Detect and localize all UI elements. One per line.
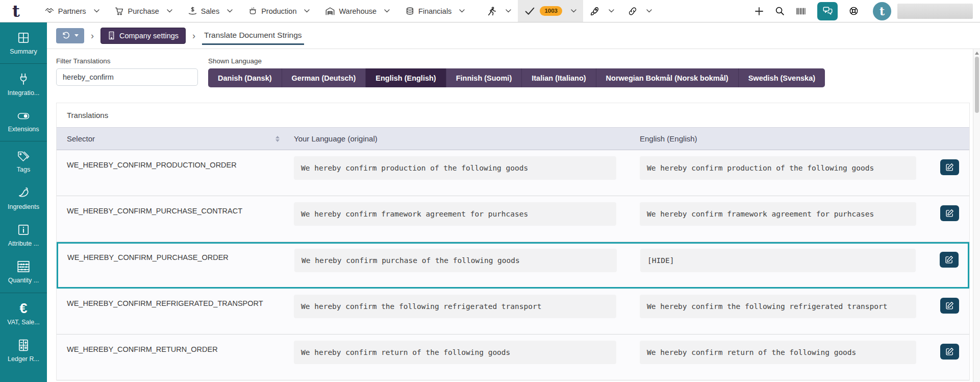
language-button[interactable]: English (English): [366, 68, 446, 87]
row-translation-text: We hereby confirm framework agreement fo…: [640, 202, 916, 226]
runner-icon: [487, 6, 497, 16]
sidebar-item-ingredients[interactable]: Ingredients: [0, 180, 47, 217]
pencil-square-icon: [945, 255, 953, 264]
topbar-menus: PartnersPurchaseSalesProductionWarehouse…: [44, 0, 481, 22]
chevron-down-icon: [506, 9, 511, 13]
menu-production[interactable]: Production: [248, 0, 310, 22]
pepper-icon: [17, 186, 30, 200]
info-square-icon: [17, 223, 30, 236]
user-avatar[interactable]: t: [873, 2, 891, 20]
sidebar-item-label: Tags: [17, 166, 30, 173]
sidebar-item-extensions[interactable]: Extensions: [0, 103, 47, 139]
checkmark-icon: [524, 7, 535, 16]
cart-icon: [115, 7, 124, 16]
sidebar-item-summary[interactable]: Summary: [0, 25, 47, 61]
search-icon: [775, 6, 785, 16]
search-button[interactable]: [775, 6, 785, 16]
link-menu[interactable]: [621, 0, 659, 22]
edit-translation-button[interactable]: [940, 298, 959, 314]
row-translation-text: We hereby confirm the following refriger…: [640, 295, 916, 318]
sidebar-item-label: Integratio...: [8, 89, 40, 97]
filter-translations-input[interactable]: [56, 68, 198, 86]
barcode-icon: [796, 7, 806, 16]
sidebar-item-label: Attribute ...: [8, 240, 39, 247]
plus-button[interactable]: [755, 7, 764, 16]
menu-financials[interactable]: Financials: [405, 0, 465, 22]
menu-label: Partners: [58, 7, 86, 15]
column-translation: English (English): [640, 134, 697, 143]
row-selector: WE_HEREBY_CONFIRM_PRODUCTION_ORDER: [67, 156, 294, 169]
table-row: WE_HEREBY_CONFIRM_PURCHASE_ORDER We here…: [57, 242, 969, 289]
sidebar-item-vat-sale[interactable]: €VAT, Sale...: [0, 295, 47, 332]
sidebar-item-ledger-r[interactable]: Ledger R...: [0, 332, 47, 369]
sidebar-item-integratio[interactable]: Integratio...: [0, 66, 47, 103]
history-button[interactable]: [56, 28, 84, 43]
user-name-redacted: [897, 4, 973, 19]
chevron-down-icon: [609, 9, 614, 13]
breadcrumb-company-label: Company settings: [119, 32, 179, 40]
sidebar-item-quantity[interactable]: Quantity ...: [0, 253, 47, 290]
sidebar-group: TagsIngredientsAttribute ...Quantity ...: [0, 141, 47, 293]
lifebuoy-button[interactable]: [849, 6, 859, 16]
menu-sales[interactable]: Sales: [188, 0, 233, 22]
page-content: Filter Translations Shown Language Danis…: [47, 49, 980, 380]
toggle-icon: [16, 110, 31, 122]
plus-icon: [755, 7, 764, 16]
scrollbar-thumb[interactable]: [975, 57, 979, 113]
table-row: WE_HEREBY_CONFIRM_REFRIGERATED_TRANSPORT…: [57, 289, 969, 335]
row-original-text: We hereby confirm the following refriger…: [294, 295, 616, 318]
edit-translation-button[interactable]: [940, 159, 959, 175]
plug-icon: [17, 73, 30, 86]
chevron-down-icon: [571, 9, 576, 13]
edit-translation-button[interactable]: [940, 252, 959, 268]
table-row: WE_HEREBY_CONFIRM_PURCHASE_CONTRACT We h…: [57, 196, 969, 242]
language-button[interactable]: Italian (Italiano): [522, 68, 596, 87]
language-button[interactable]: Danish (Dansk): [208, 68, 282, 87]
chevron-down-icon: [74, 34, 79, 37]
pencil-square-icon: [945, 301, 954, 310]
warehouse-icon: [325, 7, 335, 16]
row-selector: WE_HEREBY_CONFIRM_REFRIGERATED_TRANSPORT: [67, 295, 294, 307]
card-title: Translations: [57, 103, 969, 127]
runner-menu[interactable]: [480, 0, 518, 22]
chat-button[interactable]: [817, 2, 838, 20]
row-original-text: We hereby confirm framework agreement fo…: [294, 202, 616, 226]
menu-label: Production: [261, 7, 296, 15]
menu-purchase[interactable]: Purchase: [115, 0, 172, 22]
row-selector: WE_HEREBY_CONFIRM_PURCHASE_CONTRACT: [67, 202, 294, 215]
breadcrumb-company-settings[interactable]: Company settings: [100, 28, 186, 44]
row-selector: WE_HEREBY_CONFIRM_PURCHASE_ORDER: [67, 249, 294, 261]
edit-translation-button[interactable]: [940, 344, 959, 360]
translations-card: Translations Selector Your Language (ori…: [56, 103, 970, 380]
sidebar-item-tags[interactable]: Tags: [0, 144, 47, 179]
language-button[interactable]: Norwegian Bokmål (Norsk bokmål): [596, 68, 739, 87]
barcode-button[interactable]: [796, 7, 806, 16]
scroll-up-arrow[interactable]: [975, 52, 979, 55]
chevron-down-icon: [646, 9, 652, 13]
rocket-icon: [590, 6, 600, 16]
app-logo[interactable]: t: [12, 3, 20, 19]
row-selector: WE_HEREBY_CONFIRM_RETURN_ORDER: [67, 341, 294, 353]
chevron-down-icon: [384, 9, 390, 13]
language-button[interactable]: Swedish (Svenska): [739, 68, 825, 87]
sidebar-group: €VAT, Sale...Ledger R...: [0, 293, 47, 371]
language-button[interactable]: Finnish (Suomi): [446, 68, 522, 87]
column-selector: Selector: [67, 134, 95, 143]
row-original-text: We hereby confirm production of the foll…: [294, 156, 616, 180]
menu-warehouse[interactable]: Warehouse: [325, 0, 390, 22]
table-row: WE_HEREBY_CONFIRM_RETURN_ORDER We hereby…: [57, 335, 969, 380]
sidebar-item-attribute[interactable]: Attribute ...: [0, 217, 47, 253]
hand-dollar-icon: [188, 6, 197, 16]
sidebar-group: Summary: [0, 22, 47, 64]
language-button[interactable]: German (Deutsch): [282, 68, 366, 87]
chevron-down-icon: [227, 9, 233, 13]
checkmark-menu[interactable]: 1003: [518, 0, 583, 22]
sidebar-item-label: Ingredients: [8, 203, 39, 210]
sort-icon[interactable]: [275, 136, 280, 142]
edit-translation-button[interactable]: [940, 205, 959, 221]
menu-partners[interactable]: Partners: [44, 0, 99, 22]
building-icon: [108, 31, 115, 40]
vertical-scrollbar[interactable]: [973, 49, 980, 382]
rocket-menu[interactable]: [583, 0, 621, 22]
table-row: WE_HEREBY_CONFIRM_PRODUCTION_ORDER We he…: [57, 150, 969, 196]
